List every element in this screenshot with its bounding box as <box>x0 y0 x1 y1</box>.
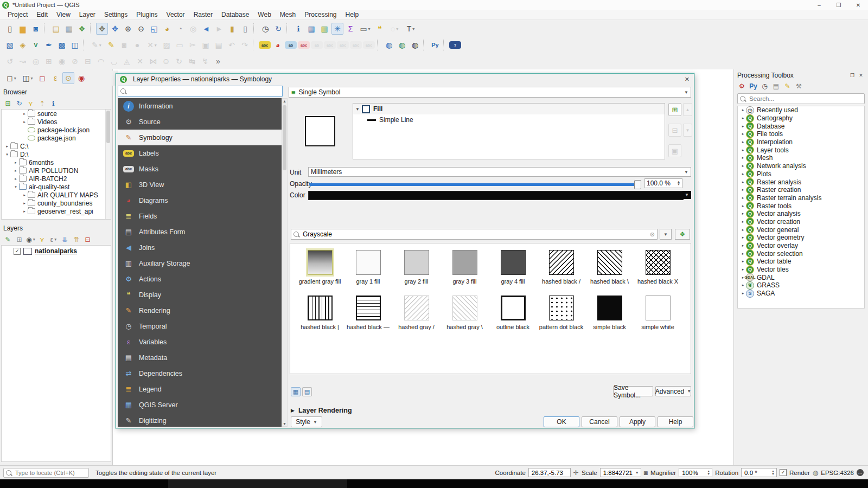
expand-arrow-icon[interactable]: ▸ <box>740 283 746 287</box>
rotate-feature-icon[interactable]: ↺ <box>4 55 16 67</box>
processing-group-item[interactable]: ▸ Q Vector creation <box>738 218 864 226</box>
cancel-button[interactable]: Cancel <box>582 416 617 427</box>
map-themes-icon[interactable]: ◉ <box>25 234 36 245</box>
processing-group-item[interactable]: ▸ Q Vector table <box>738 258 864 266</box>
duplicate-symbol-layer-icon[interactable]: ▣ <box>668 144 681 157</box>
coordinate-input[interactable] <box>531 469 569 477</box>
new-project-icon[interactable]: ▯ <box>4 23 16 35</box>
zoom-full-extent-icon[interactable]: ◱ <box>148 23 160 35</box>
browser-tree-item[interactable]: ▸ county_boundaries <box>2 199 111 207</box>
menu-layer[interactable]: Layer <box>75 10 100 20</box>
processing-group-item[interactable]: ▸ Q Database <box>738 122 864 130</box>
expand-arrow-icon[interactable]: ▸ <box>21 120 28 124</box>
symbol-tree-simple-line-row[interactable]: Simple Line <box>353 114 665 125</box>
expand-arrow-icon[interactable]: ▸ <box>21 209 28 214</box>
symbol-search-input[interactable] <box>302 230 648 239</box>
processing-group-item[interactable]: ▸ Q Raster creation <box>738 186 864 194</box>
field-calculator-icon[interactable]: ▥ <box>318 23 330 35</box>
processing-toolbox-icon[interactable]: ✳ <box>331 23 343 35</box>
processing-history-icon[interactable]: ◷ <box>760 81 770 91</box>
browser-tree-item[interactable]: ▾ air-quality-test <box>2 183 111 191</box>
advanced-button[interactable]: Advanced ▼ <box>655 386 691 396</box>
scroll-up-icon[interactable]: ▲ <box>282 99 287 103</box>
expand-arrow-icon[interactable]: ▸ <box>12 177 19 181</box>
scroll-down-icon[interactable]: ▼ <box>282 422 287 426</box>
symbol-swatch[interactable]: hashed black / <box>537 250 585 296</box>
add-part-icon[interactable]: ⊞ <box>43 55 55 67</box>
new-bookmark-icon[interactable]: ▮ <box>226 23 238 35</box>
menu-help[interactable]: Help <box>341 10 363 20</box>
processing-group-item[interactable]: ▸ Q Vector geometry <box>738 234 864 242</box>
select-features-icon[interactable]: ◻ <box>4 72 19 84</box>
expand-arrow-icon[interactable]: ▸ <box>740 220 746 224</box>
remove-layer-icon[interactable]: ⊟ <box>82 234 93 245</box>
current-edits-icon[interactable]: ✎ <box>89 39 104 51</box>
epsg-value[interactable]: EPSG:4326 <box>821 470 854 476</box>
messages-icon[interactable]: … <box>857 469 864 476</box>
processing-group-item[interactable]: ▸ Q Vector general <box>738 226 864 234</box>
expand-arrow-icon[interactable]: ▸ <box>740 291 746 296</box>
browser-tree-item[interactable]: ▸ 6months <box>2 158 111 166</box>
scale-combobox[interactable]: ▼ <box>600 468 641 477</box>
processing-group-item[interactable]: ▸ ◷ Recently used <box>738 106 864 114</box>
symbol-swatch[interactable]: simple white <box>634 296 682 341</box>
zoom-last-icon[interactable]: ◄ <box>200 23 212 35</box>
browser-tree-item[interactable]: ▸ geoserver_rest_api <box>2 207 111 215</box>
expand-arrow-icon[interactable]: ▸ <box>740 116 746 120</box>
help-icon[interactable]: ? <box>449 41 461 49</box>
symbol-swatch[interactable]: pattern dot black <box>537 296 585 341</box>
browser-tree-item[interactable]: ▸ source <box>2 110 111 118</box>
plugin-tool-icon[interactable]: ◉ <box>75 72 87 84</box>
processing-options-icon[interactable]: ⚒ <box>794 81 804 91</box>
expand-arrow-icon[interactable]: ▾ <box>12 185 19 189</box>
processing-group-item[interactable]: ▸ Q Vector overlay <box>738 242 864 250</box>
statistics-icon[interactable]: Σ <box>344 23 356 35</box>
zoom-in-icon[interactable]: ⊕ <box>122 23 134 35</box>
collapse-all-icon[interactable]: ⇡ <box>37 98 47 108</box>
fill-ring-icon[interactable]: ◉ <box>56 55 68 67</box>
pan-map-icon[interactable]: ✥ <box>96 23 108 35</box>
symbol-swatch[interactable]: hashed black — <box>344 296 392 341</box>
processing-group-item[interactable]: ▸ Q Raster analysis <box>738 178 864 186</box>
move-down-symbol-layer-icon[interactable]: ▼ <box>683 124 692 137</box>
symbol-swatch[interactable]: hashed black X <box>634 250 682 296</box>
sidebar-item-labels[interactable]: abc Labels <box>118 145 282 161</box>
text-annotation-icon[interactable]: T <box>403 23 418 35</box>
expand-arrow-icon[interactable]: ▸ <box>740 267 746 272</box>
properties-search-input[interactable] <box>129 87 280 95</box>
modify-attributes-icon[interactable]: ▨ <box>161 39 173 51</box>
add-mesh-layer-icon[interactable]: ▩ <box>56 39 68 51</box>
menu-project[interactable]: Project <box>3 10 32 20</box>
menu-edit[interactable]: Edit <box>32 10 52 20</box>
toolbar-separator[interactable] <box>90 23 94 34</box>
expand-arrow-icon[interactable]: ▸ <box>740 235 746 240</box>
sidebar-item-digitizing[interactable]: ✎ Digitizing <box>118 413 282 427</box>
reshape-features-icon[interactable]: ◡ <box>108 55 120 67</box>
sidebar-item-display[interactable]: ❝ Display <box>118 287 282 303</box>
symbol-swatch[interactable]: gray 4 fill <box>489 250 537 296</box>
save-symbol-button[interactable]: Save Symbol... <box>613 386 653 396</box>
trim-extend-icon[interactable]: ↯ <box>199 55 211 67</box>
expand-arrow-icon[interactable]: ▸ <box>740 188 746 192</box>
locate-input[interactable] <box>14 469 86 477</box>
processing-group-item[interactable]: ▸ Q Vector analysis <box>738 210 864 218</box>
pin-labels-icon[interactable]: ab <box>285 41 297 49</box>
color-button[interactable] <box>308 191 684 200</box>
filter-expression-icon[interactable]: ε <box>48 234 59 245</box>
delete-part-icon[interactable]: ⊟ <box>82 55 94 67</box>
processing-group-item[interactable]: ▸ Q Raster tools <box>738 202 864 210</box>
help-button[interactable]: Help <box>658 416 693 427</box>
icon-view-button[interactable]: ▦ <box>291 387 301 396</box>
color-dropdown-icon[interactable]: ▼ <box>682 191 691 199</box>
expand-arrow-icon[interactable]: ▸ <box>12 169 19 173</box>
redo-icon[interactable]: ↷ <box>239 39 251 51</box>
layer-name[interactable]: nationalparks <box>35 247 77 255</box>
toolbar-separator[interactable] <box>423 40 427 50</box>
sidebar-item-rendering[interactable]: ✎ Rendering <box>118 303 282 318</box>
sidebar-item-masks[interactable]: abc Masks <box>118 161 282 177</box>
symbol-swatch[interactable]: gradient gray fill <box>296 250 344 296</box>
delete-selected-icon[interactable]: ▭ <box>174 39 186 51</box>
add-virtual-layer-icon[interactable]: ◫ <box>69 39 81 51</box>
symbol-swatch[interactable]: gray 3 fill <box>441 250 489 296</box>
ok-button[interactable]: OK <box>544 416 579 427</box>
